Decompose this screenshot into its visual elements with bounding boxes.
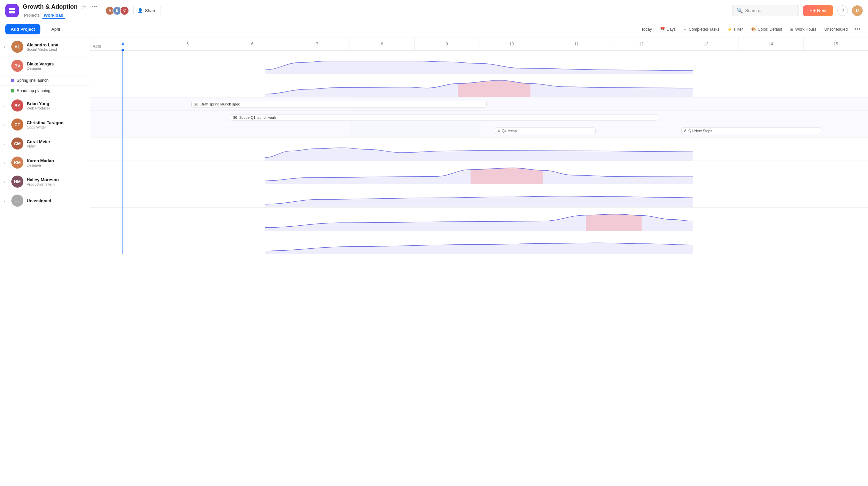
gantt-row-9 <box>90 231 868 254</box>
svg-rect-4 <box>458 74 530 97</box>
more-options-icon[interactable]: ••• <box>90 2 98 11</box>
gantt-body: 20Draft spring launch spec30Scope Q1 lau… <box>90 51 868 254</box>
gantt-row-7 <box>90 184 868 207</box>
date-cell-10: 10 <box>479 37 544 51</box>
filter-button[interactable]: ⚡ Filter <box>724 25 746 33</box>
svg-rect-6 <box>586 207 642 231</box>
person-info-karen: Karen Madan Designer <box>27 158 54 167</box>
person-row-christina[interactable]: › CT Christina Taragon Copy Writer <box>0 115 90 134</box>
plus-icon: + <box>810 8 812 13</box>
chevron-icon-coral: › <box>4 141 8 146</box>
gantt-row-6 <box>90 161 868 184</box>
task-pill-2-0[interactable]: 20Draft spring launch spec <box>191 101 487 107</box>
team-avatars: A B C <box>105 6 129 15</box>
chevron-icon-brian: › <box>4 103 8 108</box>
project-info: Growth & Adoption ☆ ••• Projects Workloa… <box>23 2 98 19</box>
task-label: Q4 recap <box>502 129 517 133</box>
date-cell-9: 9 <box>414 37 479 51</box>
person-row-unassigned[interactable]: › — Unassigned <box>0 191 90 210</box>
add-project-button[interactable]: Add Project <box>5 24 40 34</box>
days-button[interactable]: 📅 Days <box>657 25 679 33</box>
task-pill-4-0[interactable]: 4Q4 recap <box>495 128 596 134</box>
search-input[interactable] <box>745 8 792 13</box>
tab-workload[interactable]: Workload <box>42 12 65 19</box>
avatar-brian: BY <box>11 99 23 111</box>
task-num: 4 <box>498 129 500 133</box>
task-label: Scope Q1 launch work <box>239 116 276 120</box>
person-row-coral[interactable]: › CM Coral Meier PMM <box>0 134 90 153</box>
today-button[interactable]: Today <box>638 25 655 33</box>
gantt-row-2: 20Draft spring launch spec <box>90 97 868 111</box>
avatar-3: C <box>120 6 129 15</box>
svg-rect-2 <box>9 11 12 13</box>
project-row-roadmap[interactable]: Roadmap planning <box>0 86 90 96</box>
avatar-hailey: HM <box>11 175 23 188</box>
unscheduled-button[interactable]: Unscheduled <box>821 25 851 33</box>
svg-rect-3 <box>12 11 15 13</box>
task-pill-3-0[interactable]: 30Scope Q1 launch work <box>230 114 658 121</box>
workload-svg <box>90 207 868 231</box>
more-toolbar-button[interactable]: ••• <box>852 25 863 33</box>
color-icon: 🎨 <box>751 27 756 32</box>
chevron-icon-unassigned: › <box>4 198 8 203</box>
project-subtitle: Projects Workload <box>23 12 98 19</box>
date-cell-14: 14 <box>739 37 803 51</box>
date-cell-5: 5 <box>155 37 220 51</box>
work-hours-button[interactable]: ⊞ Work Hours <box>787 25 819 33</box>
gantt-row-3: 30Scope Q1 launch work <box>90 111 868 124</box>
gantt-row-0 <box>90 51 868 74</box>
task-pill-4-1[interactable]: 8Q1 Next Steps <box>681 128 821 134</box>
workload-svg <box>90 161 868 184</box>
person-row-alejandro[interactable]: › AL Alejandro Luna Social Media Lead <box>0 37 90 56</box>
avatar-coral: CM <box>11 137 23 150</box>
person-row-hailey[interactable]: › HM Hailey Moreson Production Intern <box>0 172 90 191</box>
new-button[interactable]: + + New <box>803 5 833 16</box>
task-num: 8 <box>684 129 686 133</box>
star-icon[interactable]: ☆ <box>80 2 88 11</box>
tab-projects[interactable]: Projects <box>23 12 41 19</box>
filter-icon: ⚡ <box>727 27 733 32</box>
chevron-icon-christina: › <box>4 122 8 127</box>
date-header: April 456789101112131415 <box>90 37 868 51</box>
chart-area: April 456789101112131415 20Draft spring … <box>90 37 868 486</box>
chevron-icon-hailey: › <box>4 179 8 184</box>
workload-svg <box>90 51 868 74</box>
person-info-coral: Coral Meier PMM <box>27 139 51 148</box>
person-row-blake[interactable]: ˅ BV Blake Vargas Designer <box>0 56 90 75</box>
search-icon: 🔍 <box>737 7 743 14</box>
date-cell-7: 7 <box>285 37 349 51</box>
date-cell-12: 12 <box>609 37 673 51</box>
avatar-karen: KM <box>11 157 23 168</box>
spring-dot <box>11 79 14 82</box>
main-content: › AL Alejandro Luna Social Media Lead ˅ … <box>0 37 868 486</box>
date-cell-15: 15 <box>803 37 868 51</box>
date-cell-8: 8 <box>349 37 414 51</box>
gantt-row-5 <box>90 137 868 161</box>
user-avatar[interactable]: U <box>852 5 863 16</box>
date-cell-13: 13 <box>674 37 739 51</box>
help-button[interactable]: ? <box>837 5 848 16</box>
calendar-icon: 📅 <box>660 27 665 32</box>
toolbar-actions: Today 📅 Days ✓ Completed Tasks ⚡ Filter … <box>638 25 863 33</box>
search-box[interactable]: 🔍 <box>732 5 799 16</box>
completed-tasks-button[interactable]: ✓ Completed Tasks <box>680 25 723 33</box>
share-button[interactable]: 👤 Share <box>133 6 161 15</box>
color-button[interactable]: 🎨 Color: Default <box>748 25 785 33</box>
svg-rect-0 <box>9 8 12 10</box>
top-nav: Growth & Adoption ☆ ••• Projects Workloa… <box>0 0 868 21</box>
clock-icon: ⊞ <box>790 27 794 32</box>
gantt-scroll[interactable]: 20Draft spring launch spec30Scope Q1 lau… <box>90 51 868 486</box>
person-row-karen[interactable]: › KM Karen Madan Designer <box>0 153 90 172</box>
app-icon <box>5 4 19 18</box>
workload-svg <box>90 74 868 97</box>
task-num: 30 <box>233 116 237 120</box>
task-label: Draft spring launch spec <box>200 102 240 106</box>
person-info-brian: Brian Yang Web Producer <box>27 101 50 110</box>
share-icon: 👤 <box>137 8 143 13</box>
project-row-spring[interactable]: Spring line launch <box>0 75 90 86</box>
svg-rect-1 <box>12 8 15 10</box>
person-row-brian[interactable]: › BY Brian Yang Web Producer <box>0 96 90 115</box>
chevron-icon: › <box>4 44 8 49</box>
roadmap-dot <box>11 89 14 93</box>
workload-svg <box>90 184 868 207</box>
